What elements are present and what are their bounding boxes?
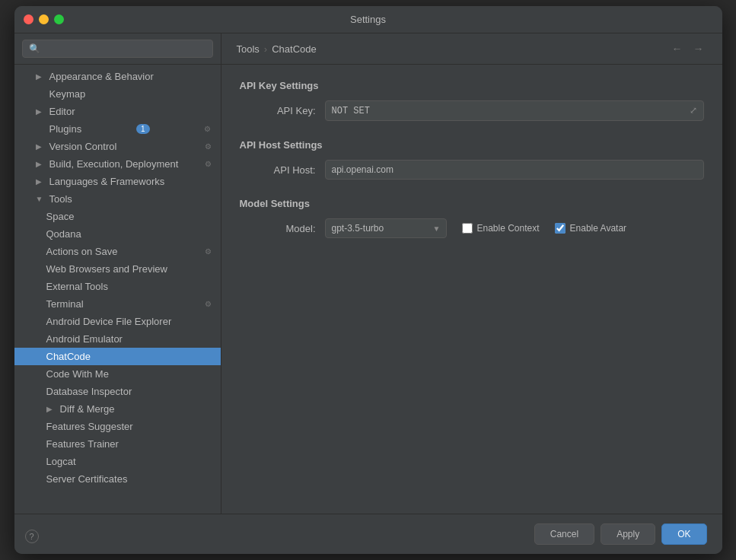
search-box	[14, 33, 221, 65]
sidebar-item-android-device[interactable]: Android Device File Explorer	[14, 313, 221, 330]
content-header: Tools › ChatCode ← →	[221, 33, 722, 65]
back-arrow[interactable]: ←	[669, 41, 686, 56]
sidebar-item-external-tools[interactable]: External Tools	[14, 278, 221, 295]
sidebar-item-label: Build, Execution, Deployment	[49, 158, 179, 170]
sidebar-item-build[interactable]: ▶ Build, Execution, Deployment ⚙	[14, 155, 221, 173]
enable-avatar-checkbox[interactable]	[555, 223, 566, 234]
expand-icon: ▶	[36, 177, 45, 186]
api-host-input[interactable]	[325, 160, 704, 180]
sidebar-item-label: Features Suggester	[46, 421, 133, 432]
sidebar-item-android-emulator[interactable]: Android Emulator	[14, 330, 221, 348]
model-row: Model: gpt-3.5-turbo gpt-4 gpt-4-turbo ▼	[240, 218, 704, 238]
model-section-title: Model Settings	[240, 198, 704, 209]
ok-button[interactable]: OK	[661, 523, 706, 545]
sidebar-item-label: Appearance & Behavior	[49, 71, 154, 82]
sidebar-item-label: Logcat	[46, 456, 76, 467]
sidebar-item-label: Features Trainer	[46, 438, 119, 450]
forward-arrow[interactable]: →	[690, 41, 707, 56]
close-button[interactable]	[24, 14, 33, 24]
sidebar-item-terminal[interactable]: Terminal ⚙	[14, 295, 221, 313]
minimize-button[interactable]	[39, 14, 49, 24]
model-controls: gpt-3.5-turbo gpt-4 gpt-4-turbo ▼ Enable…	[325, 218, 627, 238]
settings-content: API Key Settings API Key: NOT SET ⤢ API …	[221, 65, 722, 514]
sidebar-item-database-inspector[interactable]: Database Inspector	[14, 383, 221, 400]
settings-icon: ⚙	[205, 300, 212, 308]
api-key-section: API Key Settings API Key: NOT SET ⤢	[240, 80, 704, 121]
sidebar-item-diff-merge[interactable]: ▶ Diff & Merge	[14, 400, 221, 418]
api-key-value: NOT SET	[332, 106, 370, 116]
sidebar-item-label: Plugins	[49, 123, 82, 135]
enable-context-checkbox[interactable]	[462, 223, 473, 234]
sidebar-item-label: Code With Me	[46, 368, 109, 380]
sidebar-item-features-trainer[interactable]: Features Trainer	[14, 435, 221, 453]
title-bar: Settings	[14, 6, 722, 33]
sidebar: ▶ Appearance & Behavior Keymap ▶ Editor …	[14, 33, 221, 514]
sidebar-item-keymap[interactable]: Keymap	[14, 85, 221, 103]
expand-icon: ▶	[36, 72, 45, 81]
enable-context-label: Enable Context	[477, 223, 540, 234]
sidebar-item-tools[interactable]: ▼ Tools	[14, 190, 221, 208]
sidebar-item-label: Android Device File Explorer	[46, 316, 172, 327]
cancel-button[interactable]: Cancel	[534, 523, 594, 545]
footer: ? Cancel Apply OK	[14, 514, 722, 554]
sidebar-item-appearance[interactable]: ▶ Appearance & Behavior	[14, 68, 221, 85]
sidebar-item-label: Keymap	[49, 88, 86, 100]
api-key-label: API Key:	[240, 105, 316, 116]
sidebar-item-languages[interactable]: ▶ Languages & Frameworks	[14, 173, 221, 190]
model-section: Model Settings Model: gpt-3.5-turbo gpt-…	[240, 198, 704, 238]
sidebar-item-version-control[interactable]: ▶ Version Control ⚙	[14, 138, 221, 155]
sidebar-item-label: Actions on Save	[46, 246, 118, 257]
expand-icon: ▶	[46, 405, 56, 413]
api-key-input-wrapper[interactable]: NOT SET ⤢	[325, 100, 704, 121]
main-content: ▶ Appearance & Behavior Keymap ▶ Editor …	[14, 33, 722, 514]
model-select-wrap: gpt-3.5-turbo gpt-4 gpt-4-turbo ▼	[325, 218, 447, 238]
settings-icon: ⚙	[205, 247, 212, 256]
api-host-label: API Host:	[240, 164, 316, 176]
apply-button[interactable]: Apply	[601, 523, 655, 545]
sidebar-item-label: Android Emulator	[46, 333, 123, 345]
sidebar-item-label: Qodana	[46, 228, 81, 240]
settings-dialog: Settings ▶ Appearance & Behavior Keymap …	[14, 6, 722, 554]
settings-icon: ⚙	[205, 160, 212, 168]
sidebar-item-actions-on-save[interactable]: Actions on Save ⚙	[14, 243, 221, 260]
settings-icon: ⚙	[204, 125, 211, 133]
sidebar-item-label: Web Browsers and Preview	[46, 263, 167, 275]
breadcrumb-separator: ›	[264, 43, 267, 55]
sidebar-item-label: Editor	[49, 106, 75, 117]
api-host-row: API Host:	[240, 160, 704, 180]
help-button[interactable]: ?	[25, 530, 39, 543]
plugins-badge: 1	[136, 124, 150, 134]
api-key-row: API Key: NOT SET ⤢	[240, 100, 704, 121]
api-key-section-title: API Key Settings	[240, 80, 704, 91]
expand-icon: ▼	[36, 195, 45, 203]
enable-avatar-checkbox-group[interactable]: Enable Avatar	[555, 223, 627, 234]
sidebar-item-space[interactable]: Space	[14, 208, 221, 225]
expand-icon: ▶	[36, 142, 45, 151]
window-controls	[24, 14, 64, 24]
sidebar-item-server-certificates[interactable]: Server Certificates	[14, 470, 221, 488]
breadcrumb: Tools › ChatCode	[237, 43, 317, 55]
sidebar-item-label: ChatCode	[46, 351, 91, 362]
sidebar-item-web-browsers[interactable]: Web Browsers and Preview	[14, 260, 221, 278]
sidebar-item-label: External Tools	[46, 281, 108, 292]
expand-icon: ▶	[36, 107, 45, 116]
settings-icon: ⚙	[205, 142, 212, 151]
sidebar-item-code-with-me[interactable]: Code With Me	[14, 365, 221, 383]
sidebar-item-qodana[interactable]: Qodana	[14, 225, 221, 243]
sidebar-item-label: Tools	[49, 193, 72, 205]
sidebar-item-label: Diff & Merge	[60, 403, 115, 415]
model-select[interactable]: gpt-3.5-turbo gpt-4 gpt-4-turbo	[325, 218, 447, 238]
sidebar-item-features-suggester[interactable]: Features Suggester	[14, 418, 221, 435]
sidebar-item-label: Languages & Frameworks	[49, 176, 165, 187]
nav-arrows: ← →	[669, 41, 707, 56]
search-input[interactable]	[22, 40, 213, 58]
sidebar-item-logcat[interactable]: Logcat	[14, 453, 221, 470]
expand-icon: ⤢	[690, 105, 697, 116]
sidebar-item-editor[interactable]: ▶ Editor	[14, 103, 221, 120]
enable-context-checkbox-group[interactable]: Enable Context	[462, 223, 540, 234]
breadcrumb-parent: Tools	[237, 43, 260, 55]
sidebar-item-chatcode[interactable]: ChatCode	[14, 348, 221, 365]
sidebar-item-plugins[interactable]: Plugins 1 ⚙	[14, 120, 221, 138]
maximize-button[interactable]	[54, 14, 64, 24]
sidebar-item-label: Database Inspector	[46, 386, 132, 397]
